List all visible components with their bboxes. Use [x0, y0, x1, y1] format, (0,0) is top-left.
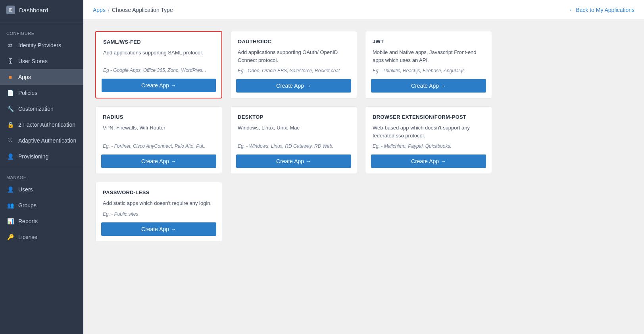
- card-footer: Create App →: [96, 79, 221, 98]
- sidebar-item-provisioning[interactable]: 👤 Provisioning: [0, 149, 83, 164]
- adaptive-auth-icon: 🛡: [6, 137, 14, 145]
- card-body: DESKTOP Windows, Linux, Unix, Mac Eg. - …: [231, 107, 357, 154]
- card-title: RADIUS: [103, 114, 215, 120]
- app-type-grid: SAML/WS-FED Add applications supporting …: [95, 31, 492, 242]
- sidebar-dashboard-label: Dashboard: [19, 7, 48, 14]
- manage-section-label: Manage: [0, 170, 83, 181]
- sidebar-item-policies[interactable]: 📄 Policies: [0, 85, 83, 101]
- card-description: Web-based app which doesn't support any …: [373, 124, 484, 139]
- sidebar-item-label: 2-Factor Authentication: [18, 122, 75, 128]
- breadcrumb-separator: /: [108, 7, 110, 13]
- content-area: SAML/WS-FED Add applications supporting …: [83, 20, 644, 334]
- card-title: JWT: [373, 39, 484, 44]
- create-app-button[interactable]: Create App →: [371, 79, 486, 93]
- card-description: Windows, Linux, Unix, Mac: [238, 124, 350, 132]
- sidebar-item-user-stores[interactable]: 🗄 User Stores: [0, 53, 83, 69]
- 2fa-icon: 🔒: [6, 121, 14, 129]
- breadcrumb-apps-link[interactable]: Apps: [93, 7, 106, 13]
- card-title: BROWSER EXTENSION/FORM-POST: [373, 114, 484, 120]
- card-description: Add static apps which doesn't require an…: [103, 199, 215, 207]
- sidebar-item-label: Customization: [18, 106, 54, 112]
- user-stores-icon: 🗄: [6, 57, 14, 65]
- sidebar-item-label: Users: [18, 186, 33, 193]
- sidebar-item-license[interactable]: 🔑 License: [0, 229, 83, 245]
- sidebar: ⊞ Dashboard Configure ⇄ Identity Provide…: [0, 0, 83, 334]
- card-examples: Eg - Thinkific, React.js, Firebase, Angu…: [373, 68, 484, 73]
- card-examples: Eg. - Fortinet, Cisco AnyConnect, Palo A…: [103, 143, 215, 149]
- identity-providers-icon: ⇄: [6, 41, 14, 49]
- card-description: VPN, Firewalls, Wifi-Router: [103, 124, 215, 132]
- card-description: Add applications supporting SAML protoco…: [103, 49, 214, 57]
- sidebar-item-2fa[interactable]: 🔒 2-Factor Authentication: [0, 117, 83, 133]
- card-title: OAUTH/OIDC: [238, 39, 350, 44]
- app-card-radius: RADIUS VPN, Firewalls, Wifi-Router Eg. -…: [95, 106, 222, 174]
- sidebar-item-identity-providers[interactable]: ⇄ Identity Providers: [0, 37, 83, 53]
- app-card-jwt: JWT Mobile and Native apps, Javascript F…: [365, 31, 492, 98]
- breadcrumb-current: Choose Application Type: [112, 7, 173, 13]
- card-examples: Eg. - Windows, Linux, RD Gateway, RD Web…: [238, 143, 350, 149]
- sidebar-item-label: Groups: [18, 202, 37, 209]
- card-title: PASSWORD-LESS: [103, 189, 215, 195]
- app-card-passwordless: PASSWORD-LESS Add static apps which does…: [95, 182, 222, 242]
- sidebar-item-label: Policies: [18, 90, 37, 96]
- provisioning-icon: 👤: [6, 153, 14, 160]
- card-title: DESKTOP: [238, 114, 350, 120]
- card-examples: Eg. - Mailchimp, Paypal, Quickbooks.: [373, 143, 484, 149]
- card-examples: Eg - Google Apps, Office 365, Zoho, Word…: [103, 68, 214, 73]
- sidebar-item-label: Reports: [18, 218, 38, 224]
- card-examples: Eg. - Public sites: [103, 211, 215, 217]
- topbar: Apps / Choose Application Type ← Back to…: [83, 0, 644, 20]
- policies-icon: 📄: [6, 89, 14, 97]
- users-icon: 👤: [6, 185, 14, 193]
- sidebar-item-label: Provisioning: [18, 153, 48, 160]
- groups-icon: 👥: [6, 201, 14, 209]
- card-footer: Create App →: [231, 79, 357, 98]
- dashboard-icon: ⊞: [6, 6, 15, 14]
- sidebar-item-apps[interactable]: ■ Apps: [0, 69, 83, 85]
- create-app-button[interactable]: Create App →: [371, 154, 486, 168]
- sidebar-item-adaptive-auth[interactable]: 🛡 Adaptive Authentication: [0, 133, 83, 149]
- create-app-button[interactable]: Create App →: [236, 154, 351, 168]
- divider-manage: [0, 167, 83, 167]
- sidebar-item-reports[interactable]: 📊 Reports: [0, 213, 83, 229]
- sidebar-header[interactable]: ⊞ Dashboard: [0, 0, 83, 20]
- sidebar-item-label: Identity Providers: [18, 42, 61, 48]
- card-body: BROWSER EXTENSION/FORM-POST Web-based ap…: [365, 107, 492, 154]
- main-area: Apps / Choose Application Type ← Back to…: [83, 0, 644, 334]
- configure-section-label: Configure: [0, 25, 83, 37]
- card-footer: Create App →: [96, 154, 222, 174]
- app-card-oauth: OAUTH/OIDC Add applications supporting O…: [230, 31, 357, 98]
- card-body: PASSWORD-LESS Add static apps which does…: [96, 182, 222, 222]
- app-card-saml: SAML/WS-FED Add applications supporting …: [95, 31, 222, 98]
- app-card-browser-ext: BROWSER EXTENSION/FORM-POST Web-based ap…: [365, 106, 492, 174]
- card-footer: Create App →: [365, 154, 492, 174]
- create-app-button[interactable]: Create App →: [102, 79, 216, 92]
- sidebar-item-users[interactable]: 👤 Users: [0, 181, 83, 197]
- create-app-button[interactable]: Create App →: [236, 79, 351, 93]
- card-description: Mobile and Native apps, Javascript Front…: [373, 48, 484, 64]
- sidebar-item-label: License: [18, 234, 37, 240]
- reports-icon: 📊: [6, 217, 14, 225]
- sidebar-item-customization[interactable]: 🔧 Customization: [0, 101, 83, 117]
- license-icon: 🔑: [6, 233, 14, 241]
- back-to-applications-link[interactable]: ← Back to My Applications: [569, 7, 634, 13]
- card-title: SAML/WS-FED: [103, 39, 214, 45]
- card-footer: Create App →: [96, 222, 222, 241]
- create-app-button[interactable]: Create App →: [101, 222, 216, 236]
- card-footer: Create App →: [365, 79, 492, 98]
- card-description: Add applications supporting OAuth/ OpenI…: [238, 48, 350, 64]
- sidebar-item-label: Apps: [18, 74, 31, 80]
- card-body: RADIUS VPN, Firewalls, Wifi-Router Eg. -…: [96, 107, 222, 154]
- app-card-desktop: DESKTOP Windows, Linux, Unix, Mac Eg. - …: [230, 106, 357, 174]
- card-footer: Create App →: [231, 154, 357, 174]
- card-body: JWT Mobile and Native apps, Javascript F…: [365, 31, 492, 79]
- sidebar-item-label: Adaptive Authentication: [18, 137, 76, 144]
- divider-configure: [0, 23, 83, 23]
- apps-icon: ■: [6, 73, 14, 81]
- card-body: OAUTH/OIDC Add applications supporting O…: [231, 31, 357, 79]
- sidebar-item-groups[interactable]: 👥 Groups: [0, 197, 83, 213]
- card-body: SAML/WS-FED Add applications supporting …: [96, 32, 221, 79]
- sidebar-item-label: User Stores: [18, 58, 48, 64]
- breadcrumb: Apps / Choose Application Type: [93, 7, 173, 13]
- create-app-button[interactable]: Create App →: [101, 154, 216, 168]
